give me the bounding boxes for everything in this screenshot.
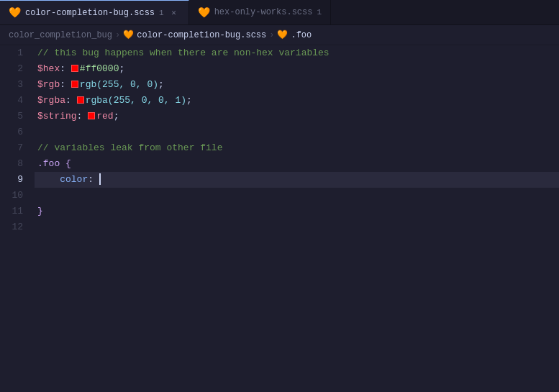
breadcrumb-selector: .foo [291, 30, 312, 40]
comment-2: // variables leak from other file [37, 140, 222, 156]
line-num-8: 8 [9, 156, 23, 172]
line-numbers: 1 2 3 4 5 6 7 8 9 10 11 12 [0, 45, 35, 392]
code-line-2: $hex: #ff0000; [35, 61, 559, 77]
tab-color-completion-bug[interactable]: 🧡 color-completion-bug.scss 1 ✕ [0, 0, 189, 24]
code-line-3: $rgb: rgb(255, 0, 0); [35, 77, 559, 93]
breadcrumb-sep-2: › [269, 30, 274, 40]
code-line-4: $rgba: rgba(255, 0, 0, 1); [35, 93, 559, 109]
close-brace: } [37, 204, 43, 219]
line-num-4: 4 [9, 93, 23, 109]
breadcrumb-file: color-completion-bug.scss [137, 30, 266, 40]
line-num-5: 5 [9, 109, 23, 124]
line-num-2: 2 [9, 61, 23, 77]
selector-foo: .foo [37, 156, 60, 172]
code-line-1: // this bug happens when there are non-h… [35, 45, 559, 61]
rgb-value: rgb(255, 0, 0) [80, 77, 158, 93]
swatch-string [88, 112, 95, 119]
string-value: red [96, 109, 113, 124]
rgba-value: rgba(255, 0, 0, 1) [86, 93, 186, 109]
tab-badge-2: 1 [317, 8, 322, 17]
tab-close-1[interactable]: ✕ [168, 7, 180, 19]
code-line-12 [35, 219, 559, 235]
scss-tab-icon-2: 🧡 [198, 6, 210, 19]
breadcrumb-file-icon: 🧡 [123, 29, 134, 40]
editor[interactable]: 1 2 3 4 5 6 7 8 9 10 11 12 // this bug h… [0, 45, 559, 392]
code-line-8: .foo { [35, 156, 559, 172]
code-line-9: color: [35, 172, 559, 188]
open-brace: { [65, 156, 71, 172]
line-num-11: 11 [9, 204, 23, 219]
code-line-5: $string: red; [35, 109, 559, 124]
tab-bar: 🧡 color-completion-bug.scss 1 ✕ 🧡 hex-on… [0, 0, 559, 25]
text-cursor [99, 173, 101, 185]
scss-tab-icon-1: 🧡 [9, 6, 21, 19]
line-num-9: 9 [9, 172, 23, 188]
comment-1: // this bug happens when there are non-h… [37, 45, 330, 61]
code-line-7: // variables leak from other file [35, 140, 559, 156]
var-rgb: $rgb [37, 77, 60, 93]
tab-label-1: color-completion-bug.scss [25, 8, 155, 18]
breadcrumb: color_completion_bug › 🧡 color-completio… [0, 25, 559, 45]
line-num-6: 6 [9, 124, 23, 140]
tab-badge-1: 1 [159, 9, 164, 17]
breadcrumb-folder: color_completion_bug [9, 30, 112, 40]
var-hex: $hex [37, 61, 60, 77]
tab-hex-only-works[interactable]: 🧡 hex-only-works.scss 1 [189, 0, 331, 24]
code-area[interactable]: // this bug happens when there are non-h… [35, 45, 559, 392]
breadcrumb-sep-1: › [115, 30, 120, 40]
code-line-10 [35, 188, 559, 204]
code-line-6 [35, 124, 559, 140]
line-num-7: 7 [9, 140, 23, 156]
line-num-1: 1 [9, 45, 23, 61]
color-property: color [60, 172, 88, 188]
code-line-11: } [35, 204, 559, 219]
swatch-rgba [77, 96, 84, 104]
swatch-rgb [71, 81, 78, 88]
line-num-10: 10 [9, 188, 23, 204]
var-rgba: $rgba [37, 93, 65, 109]
var-string: $string [37, 109, 77, 124]
line-num-12: 12 [9, 219, 23, 235]
hex-value: #ff0000 [80, 61, 119, 77]
line-num-3: 3 [9, 77, 23, 93]
tab-label-2: hex-only-works.scss [214, 7, 313, 17]
breadcrumb-selector-icon: 🧡 [277, 29, 288, 40]
swatch-hex [71, 65, 78, 72]
